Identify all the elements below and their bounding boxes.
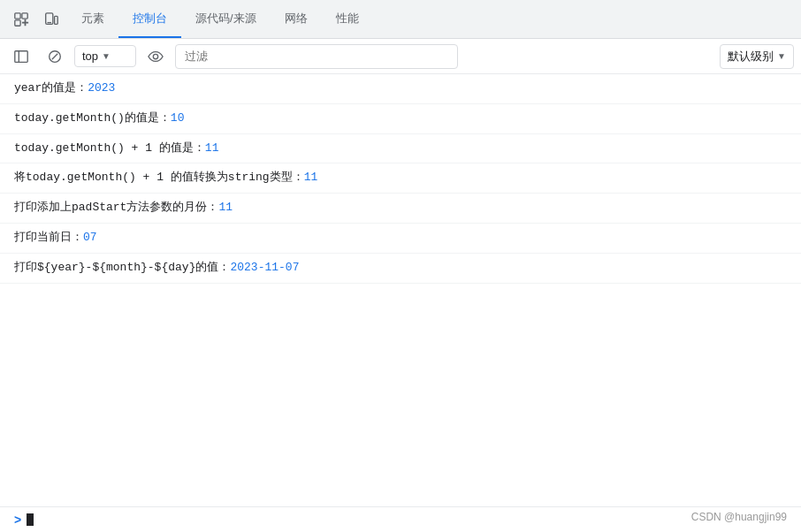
tab-network[interactable]: 网络 [271,0,322,38]
tab-elements[interactable]: 元素 [67,0,118,38]
device-icon-btn[interactable] [37,5,65,34]
live-expressions-btn[interactable] [141,42,170,71]
console-line-4: 将today.getMonth() + 1 的值转换为string类型： 11 [0,163,801,194]
watermark: CSDN @huangjin99 [691,511,787,523]
console-line-4-prefix: 将today.getMonth() + 1 的值转换为string类型： [14,169,304,187]
console-line-6-prefix: 打印当前日： [14,229,83,247]
tab-source[interactable]: 源代码/来源 [181,0,271,38]
eye-icon [148,49,164,65]
tab-bar: 元素 控制台 源代码/来源 网络 性能 [0,0,801,39]
level-label: 默认级别 [728,49,774,65]
tab-performance[interactable]: 性能 [322,0,373,38]
console-line-6: 打印当前日： 07 [0,224,801,254]
chevron-down-icon: ▼ [102,51,111,61]
prompt-icon: > [14,513,21,527]
console-line-5: 打印添加上padStart方法参数的月份： 11 [0,194,801,224]
console-output: year的值是： 2023 today.getMonth()的值是： 10 to… [0,74,801,506]
filter-input[interactable] [175,44,458,69]
level-chevron-icon: ▼ [777,51,786,61]
console-line-5-prefix: 打印添加上padStart方法参数的月份： [14,199,218,217]
tab-console[interactable]: 控制台 [118,0,181,38]
inspect-icon [13,11,29,27]
console-line-7-value: 2023-11-07 [230,259,299,277]
sidebar-toggle-icon [13,49,29,65]
console-line-3: today.getMonth() + 1 的值是： 11 [0,134,801,164]
svg-line-9 [52,53,57,58]
clear-icon [47,49,63,65]
console-cursor [27,513,34,526]
svg-rect-4 [55,16,58,24]
console-line-2: today.getMonth()的值是： 10 [0,104,801,134]
console-line-2-value: 10 [171,110,185,128]
tab-navigation: 元素 控制台 源代码/来源 网络 性能 [67,0,373,38]
svg-point-10 [153,54,157,58]
context-label: top [82,49,98,63]
console-line-3-value: 11 [205,140,219,158]
console-line-7-prefix: 打印${year}-${month}-${day}的值： [14,259,230,277]
svg-rect-6 [15,50,27,62]
console-line-5-value: 11 [218,199,233,217]
console-line-3-prefix: today.getMonth() + 1 的值是： [14,140,205,158]
svg-rect-0 [15,12,20,18]
context-selector[interactable]: top ▼ [74,45,136,67]
device-icon [43,11,59,27]
console-line-1-prefix: year的值是： [14,80,88,98]
console-line-1-value: 2023 [88,80,115,98]
svg-rect-2 [22,12,27,18]
clear-console-btn[interactable] [41,42,69,71]
svg-rect-1 [15,19,20,25]
console-input-area[interactable]: > [0,506,801,532]
console-line-1: year的值是： 2023 [0,74,801,104]
devtools-panel: 元素 控制台 源代码/来源 网络 性能 top ▼ [0,0,801,532]
console-toolbar: top ▼ 默认级别 ▼ [0,39,801,74]
sidebar-toggle-btn[interactable] [7,42,35,71]
console-line-6-value: 07 [83,229,97,247]
level-selector[interactable]: 默认级别 ▼ [720,44,794,69]
inspect-icon-btn[interactable] [7,5,35,34]
console-line-7: 打印${year}-${month}-${day}的值： 2023-11-07 [0,254,801,284]
console-line-2-prefix: today.getMonth()的值是： [14,110,171,128]
console-line-4-value: 11 [304,169,318,187]
